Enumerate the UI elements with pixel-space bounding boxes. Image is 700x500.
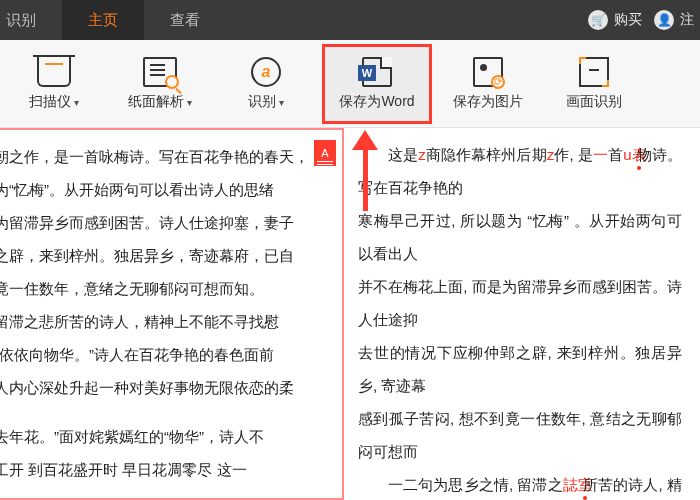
- cart-icon: 🛒: [588, 10, 608, 30]
- text-line: 为留滞异乡而感到困苦。诗人仕途抑塞，妻子: [0, 206, 330, 239]
- text-line: 为“忆梅”。从开始两句可以看出诗人的思绪: [0, 173, 330, 206]
- ocr-error: z: [418, 146, 426, 163]
- save-image-label: 保存为图片: [453, 93, 523, 111]
- text-line: 寒梅早己开过, 所以题为 “忆梅” 。从开始两句可以看出人: [358, 204, 682, 270]
- buy-button[interactable]: 🛒 购买: [588, 10, 642, 30]
- text-line: 这是z商隐作幕梓州后期z作, 是一首u表物诗。写在百花争艳的: [358, 138, 682, 204]
- tab-home[interactable]: 主页: [62, 0, 144, 40]
- save-word-label: 保存为Word: [339, 93, 414, 111]
- result-pane: 这是z商隐作幕梓州后期z作, 是一首u表物诗。写在百花争艳的 寒梅早己开过, 所…: [344, 128, 694, 500]
- ocr-error: 一: [593, 146, 608, 163]
- text-line: 人内心深处升起一种对美好事物无限依恋的柔: [0, 371, 330, 404]
- titlebar: 识别 主页 查看 🛒 购买 👤 注: [0, 0, 700, 40]
- paper-parse-label: 纸面解析: [128, 93, 192, 111]
- text-line: 之辟，来到梓州。独居异乡，寄迹幕府，已自: [0, 239, 330, 272]
- save-word-button[interactable]: W 保存为Word: [322, 44, 432, 124]
- annotation-tag[interactable]: A: [314, 140, 336, 166]
- source-pane: A 朝之作，是一首咏梅诗。写在百花争艳的春天， 为“忆梅”。从开始两句可以看出诗…: [0, 128, 344, 500]
- recognize-icon: a: [251, 57, 281, 87]
- ocr-error: u: [623, 146, 631, 163]
- register-label: 注: [680, 11, 694, 29]
- ocr-error: 誌室: [563, 476, 583, 493]
- toolbar: 扫描仪 纸面解析 a 识别 W 保存为Word ⟳ 保存为图片 画面识别: [0, 40, 700, 128]
- text-line: 并不在梅花上面, 而是为留滞异乡而感到困苦。诗人仕途抑: [358, 270, 682, 336]
- screen-recognize-label: 画面识别: [566, 93, 622, 111]
- account-button[interactable]: 👤 注: [654, 10, 694, 30]
- content-area: A 朝之作，是一首咏梅诗。写在百花争艳的春天， 为“忆梅”。从开始两句可以看出诗…: [0, 128, 700, 500]
- tab-recognize[interactable]: 识别: [0, 0, 62, 40]
- document-parse-icon: [143, 57, 177, 87]
- text-line: 感到孤子苦闷, 想不到竟一住数年, 意结之无聊郁闷可想而: [358, 402, 682, 468]
- text-line: “依依向物华。”诗人在百花争艳的春色面前: [0, 338, 330, 371]
- scanner-icon: [37, 57, 71, 87]
- user-icon: 👤: [654, 10, 674, 30]
- text-line: 工开 到百花盛开时 早日花凋零尽 这一: [0, 453, 330, 486]
- screen-capture-icon: [579, 57, 609, 87]
- image-icon: ⟳: [473, 57, 503, 87]
- screen-recognize-button[interactable]: 画面识别: [544, 44, 644, 124]
- save-image-button[interactable]: ⟳ 保存为图片: [438, 44, 538, 124]
- text-line: 去世的情况下应柳仲郢之辟, 来到梓州。独居异乡, 寄迹幕: [358, 336, 682, 402]
- text-line: 去年花。”面对姹紫嫣红的“物华”，诗人不: [0, 420, 330, 453]
- text-line: 竟一住数年，意绪之无聊郁闷可想而知。: [0, 272, 330, 305]
- paper-parse-button[interactable]: 纸面解析: [110, 44, 210, 124]
- scanner-label: 扫描仪: [29, 93, 79, 111]
- recognize-label: 识别: [248, 93, 284, 111]
- buy-label: 购买: [614, 11, 642, 29]
- tab-view[interactable]: 查看: [144, 0, 226, 40]
- recognize-button[interactable]: a 识别: [216, 44, 316, 124]
- word-icon: W: [362, 57, 392, 87]
- text-line: 朝之作，是一首咏梅诗。写在百花争艳的春天，: [0, 140, 330, 173]
- scanner-button[interactable]: 扫描仪: [4, 44, 104, 124]
- text-line: 一二句为思乡之情, 留滞之誌室所苦的诗人, 精神上不: [358, 468, 682, 500]
- text-line: 留滞之悲所苦的诗人，精神上不能不寻找慰: [0, 305, 330, 338]
